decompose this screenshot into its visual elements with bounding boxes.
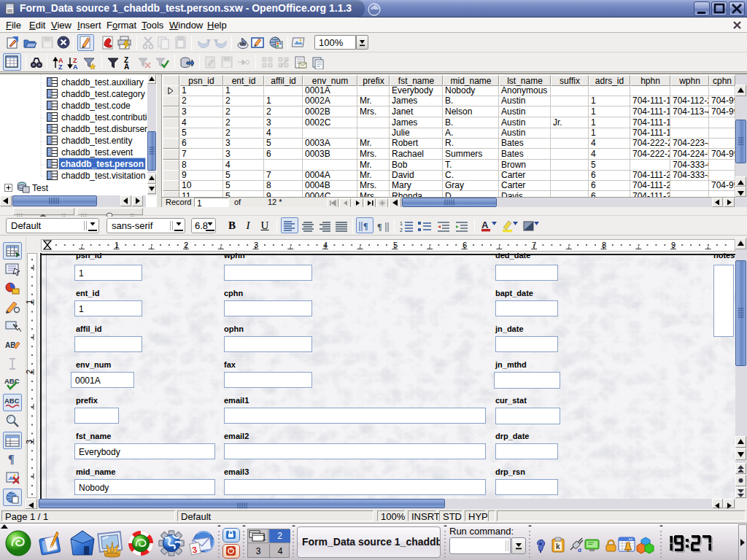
svg-text:A: A <box>481 219 489 230</box>
svg-text:¶: ¶ <box>363 221 368 231</box>
svg-text:ABC: ABC <box>4 397 20 405</box>
svg-text:¶: ¶ <box>8 453 15 465</box>
svg-text:AB: AB <box>5 341 15 349</box>
svg-text:A: A <box>124 63 129 70</box>
svg-text:d: d <box>578 547 581 553</box>
svg-text:2: 2 <box>400 228 403 233</box>
svg-text:Z: Z <box>58 63 63 70</box>
svg-text:k: k <box>556 542 560 551</box>
svg-text:A: A <box>73 63 78 70</box>
svg-text:ABC: ABC <box>4 377 20 385</box>
svg-text:¶: ¶ <box>377 222 382 232</box>
svg-text:1: 1 <box>262 533 266 542</box>
svg-text:1: 1 <box>400 221 403 226</box>
